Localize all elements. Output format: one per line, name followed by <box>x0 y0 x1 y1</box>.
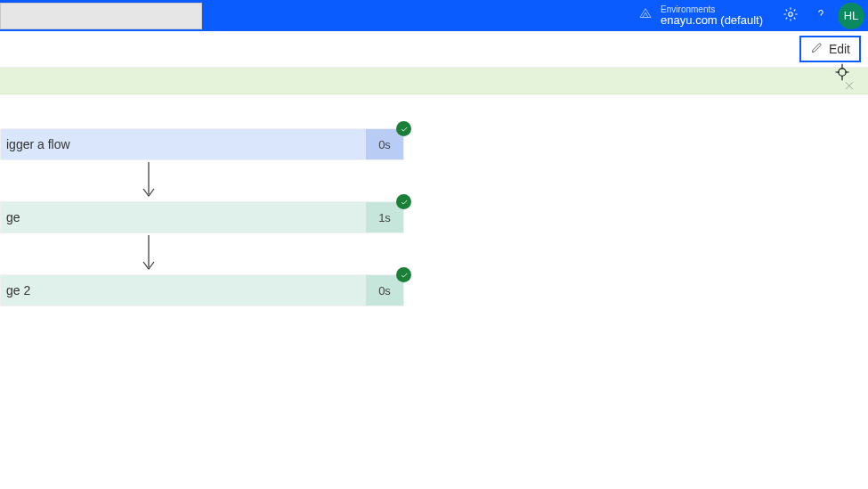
flow-step-action[interactable]: ge 1s <box>0 201 404 233</box>
app-header: Environments enayu.com (default) HL <box>0 0 868 31</box>
flow-arrow <box>138 162 159 201</box>
flow-arrow <box>138 235 159 274</box>
avatar-initials: HL <box>844 9 859 22</box>
settings-button[interactable] <box>775 0 806 31</box>
pencil-icon <box>810 41 823 57</box>
environment-icon <box>637 5 653 25</box>
svg-point-0 <box>789 12 793 16</box>
environment-picker[interactable]: Environments enayu.com (default) <box>637 4 763 27</box>
success-banner <box>0 68 868 94</box>
flow-step-trigger[interactable]: igger a flow 0s <box>0 128 404 160</box>
step-label: ge 2 <box>6 283 30 297</box>
gear-icon <box>783 6 799 26</box>
flow-canvas: igger a flow 0s ge 1s ge 2 0s <box>0 94 868 489</box>
page-toolbar: Edit <box>0 31 868 68</box>
user-avatar[interactable]: HL <box>838 3 864 29</box>
status-success-icon <box>396 194 411 209</box>
help-button[interactable] <box>806 0 836 31</box>
environment-name: enayu.com (default) <box>661 14 763 27</box>
step-label: igger a flow <box>6 137 70 151</box>
status-success-icon <box>396 267 411 282</box>
flow-step-action[interactable]: ge 2 0s <box>0 274 404 306</box>
step-label: ge <box>6 210 20 224</box>
banner-close-button[interactable] <box>841 79 857 95</box>
status-success-icon <box>396 121 411 136</box>
edit-label: Edit <box>829 42 850 56</box>
help-icon <box>813 6 829 26</box>
edit-button[interactable]: Edit <box>799 36 861 62</box>
close-icon <box>843 79 856 95</box>
search-input[interactable] <box>0 3 202 29</box>
